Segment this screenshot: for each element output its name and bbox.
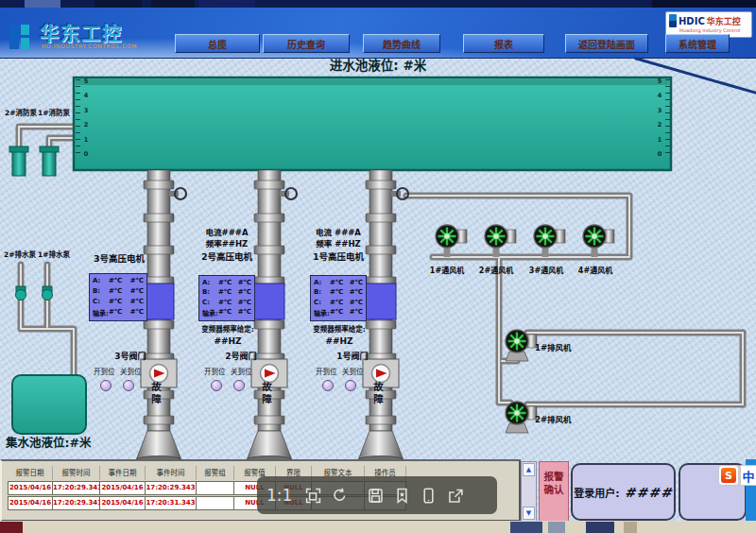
valve-1-open-label: 开到位 [316, 369, 337, 376]
desktop-fragment [548, 522, 565, 533]
valve-2-close-lamp [233, 380, 245, 391]
ime-toolbar[interactable]: S 中 [718, 465, 756, 486]
corner-brand-abbr: HDIC [679, 16, 705, 26]
motor-2-current: 电流###A [198, 229, 255, 237]
alarm-cell [197, 496, 234, 510]
right-ruler-ticks [665, 79, 670, 159]
motor-1-band [366, 284, 396, 319]
ruler-number: 0 [656, 150, 663, 158]
alarm-cell: 17:20:31.343 [146, 496, 197, 510]
temp-row-label: C: [93, 298, 109, 305]
valve-3-close-lamp [123, 380, 134, 391]
valve-1-name: 1号阀门 [328, 352, 377, 362]
temp-row-label: 轴承: [314, 308, 330, 318]
temp-value: #℃ [350, 279, 363, 286]
ime-s-glyph: S [721, 468, 736, 483]
ime-logo-icon[interactable]: S [718, 465, 739, 486]
temp-value: #℃ [238, 279, 251, 286]
desktop-fragment [586, 522, 614, 533]
motor-1-vfd-value: ##HZ [302, 337, 376, 347]
temp-value: #℃ [238, 299, 251, 306]
sump-level-label: 集水池液位:#米 [6, 437, 91, 450]
exhaust-fan-1-label: 1#排风机 [535, 344, 572, 352]
ruler-number: 0 [82, 150, 90, 158]
device-icon[interactable] [420, 487, 438, 505]
valve-3-close-label: 关到位 [120, 369, 142, 376]
ime-mode-toggle[interactable]: 中 [740, 465, 756, 486]
alarm-col-header: 事件日期 [100, 466, 146, 480]
valve-3-name: 3号阀门 [106, 352, 155, 362]
temp-row-label: C: [202, 299, 218, 306]
temp-value: #℃ [109, 308, 127, 318]
temp-row-label: B: [314, 288, 330, 296]
valve-3-open-label: 开到位 [94, 369, 115, 376]
corner-brand-icon [669, 14, 677, 27]
temp-row-label: B: [93, 287, 109, 295]
alarm-cell: 17:20:29.343 [53, 481, 100, 495]
nav-button-return-login[interactable]: 返回登陆画面 [565, 34, 648, 53]
alarm-cell: 2015/04/16 [100, 496, 146, 510]
scroll-down-icon[interactable]: ▼ [523, 507, 535, 520]
motor-1-vfd-label: 变频器频率给定: [302, 326, 376, 334]
motor-3-temp-box: A:#℃#℃ B:#℃#℃ C:#℃#℃ 轴承:#℃#℃ [89, 273, 147, 321]
vent-fan-1 [436, 225, 467, 248]
save-icon[interactable] [367, 487, 385, 505]
vent-fan-4-label: 4#通风机 [574, 267, 617, 276]
alarm-ack-button[interactable]: 报警确认 [539, 461, 569, 522]
nav-button-trend-curve[interactable]: 趋势曲线 [363, 34, 440, 53]
motor-2-vfd-label: 变频器频率给定: [191, 326, 265, 334]
viewer-overlay-toolbar: 1:1 [257, 476, 497, 514]
fit-frame-icon[interactable] [304, 487, 322, 505]
vent-fan-3-label: 3#通风机 [524, 267, 568, 276]
temp-value: #℃ [218, 279, 236, 286]
motor-3-band [144, 284, 174, 319]
temp-row-label: B: [202, 288, 218, 296]
company-logo-subtitle: HD.INDUSTRY.CONTROL.COM [42, 43, 137, 49]
exhaust-fan-2 [506, 402, 537, 433]
temp-value: #℃ [330, 299, 348, 306]
rotate-icon[interactable] [331, 487, 349, 505]
os-strip-segment [198, 0, 255, 8]
bookmark-star-icon[interactable] [393, 487, 411, 505]
alarm-cell: 2015/04/16 [100, 481, 146, 495]
scroll-up-icon[interactable]: ▲ [523, 463, 535, 476]
drain-pump-1-label: 1#排水泵 [38, 251, 70, 259]
temp-value: #℃ [130, 277, 144, 284]
sump-tank [11, 374, 87, 435]
nav-button-system-manage[interactable]: 系统管理 [665, 34, 730, 53]
nav-button-report[interactable]: 报表 [463, 34, 544, 53]
temp-value: #℃ [130, 287, 144, 295]
fire-pumps [9, 146, 59, 176]
temp-value: #℃ [350, 299, 363, 306]
ruler-number: 3 [82, 107, 90, 114]
ruler-number: 5 [82, 77, 90, 85]
vent-fan-1-label: 1#通风机 [425, 267, 469, 276]
temp-row-label: A: [314, 279, 330, 286]
motor-2-temp-box: A:#℃#℃ B:#℃#℃ C:#℃#℃ 轴承:#℃#℃ [198, 275, 255, 321]
motor-3-name: 3号高压电机 [87, 254, 151, 264]
login-value: #### [625, 485, 673, 500]
motor-1-current: 电流 ###A [310, 229, 367, 237]
exhaust-fan-2-label: 2#排风机 [535, 416, 572, 424]
share-icon[interactable] [446, 487, 464, 505]
nav-button-overview[interactable]: 总揽 [175, 34, 260, 53]
nav-button-history-query[interactable]: 历史查询 [263, 34, 350, 53]
desktop-fragment [510, 522, 542, 533]
valve-2-name: 2号阀门 [216, 352, 266, 362]
temp-value: #℃ [109, 277, 127, 284]
login-panel: 登录用户: #### [571, 463, 676, 521]
fire-pump-1-label: 1#消防泵 [38, 110, 70, 117]
valve-2-fault-label: 故障 [260, 382, 274, 405]
desktop-fragment [624, 522, 637, 533]
temp-row-label: A: [202, 279, 218, 286]
vent-fan-2-label: 2#通风机 [474, 267, 518, 276]
os-strip-segment [25, 0, 60, 8]
ruler-number: 5 [656, 77, 663, 85]
vent-fan-4 [583, 225, 614, 248]
motor-2-vfd-value: ##HZ [191, 337, 265, 347]
temp-row-label: A: [93, 277, 109, 284]
motor-2-name: 2号高压电机 [195, 252, 259, 262]
alarm-scrollbar[interactable]: ▲ ▼ [521, 461, 537, 522]
screen: 华东工控 HD.INDUSTRY.CONTROL.COM HDIC 华东工控 H… [0, 0, 756, 533]
alarm-cell: 2015/04/16 [8, 481, 53, 495]
